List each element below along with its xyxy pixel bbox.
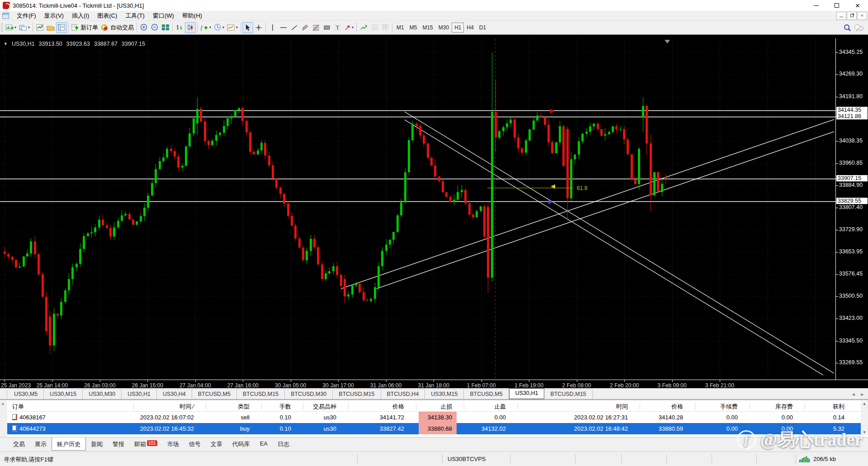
new-chart-button[interactable]: ▾ (4, 22, 18, 33)
minimize-button[interactable] (806, 0, 826, 11)
trendline-button[interactable] (289, 22, 300, 33)
menu-item-6[interactable]: 帮助(H) (178, 10, 206, 21)
bar-chart-button[interactable] (174, 22, 185, 33)
chart-tab-btcusd-m15[interactable]: BTCUSD,M15 (333, 389, 381, 399)
column-header-swap[interactable]: 库存费 (775, 403, 793, 411)
terminal-scrollbar[interactable]: ▲ ▼ (861, 401, 868, 435)
timeframe-h1-button[interactable]: H1 (452, 23, 464, 33)
fibonacci-button[interactable] (311, 22, 321, 33)
mdi-close-button[interactable]: × (857, 12, 867, 20)
chart-tab-btcusd-m5[interactable]: BTCUSD,M5 (464, 389, 509, 399)
terminal-tab-交易[interactable]: 交易 (8, 438, 30, 450)
column-divider[interactable] (805, 403, 805, 410)
scroll-up-icon[interactable]: ▲ (863, 402, 866, 406)
column-divider[interactable] (750, 403, 750, 410)
market-watch-button[interactable] (34, 22, 45, 33)
candle-chart-button[interactable] (185, 22, 196, 33)
indicators-button[interactable]: f ▾ (199, 22, 212, 33)
chart-tab-grip[interactable] (0, 390, 7, 399)
search-button[interactable] (842, 22, 853, 33)
column-header-profit[interactable]: 获利 (833, 403, 844, 411)
menu-item-1[interactable]: 显示(V) (40, 10, 68, 21)
column-header-type[interactable]: 类型 (238, 403, 250, 411)
scroll-down-icon[interactable]: ▼ (863, 430, 866, 434)
column-header-lots[interactable]: 手数 (279, 403, 291, 411)
price-chart-canvas[interactable] (0, 38, 868, 389)
chart-tab-btcusd-m15[interactable]: BTCUSD,M15 (237, 389, 285, 399)
close-button[interactable]: ✕ (847, 0, 868, 11)
terminal-tab-ea[interactable]: EA (255, 438, 273, 449)
menu-item-5[interactable]: 窗口(W) (149, 10, 178, 21)
menu-item-2[interactable]: 插入(I) (68, 10, 93, 21)
menu-item-3[interactable]: 图表(C) (93, 10, 121, 21)
toolbar-grip[interactable] (1, 23, 3, 32)
tile-windows-button[interactable] (160, 22, 171, 33)
chart-tab-btcusd-m30[interactable]: BTCUSD,M30 (285, 389, 333, 399)
column-divider[interactable] (303, 403, 303, 410)
column-divider[interactable] (348, 403, 349, 410)
periods-button[interactable]: ▾ (212, 22, 226, 33)
terminal-close-button[interactable]: × (1, 402, 4, 406)
chart-tab-us30-h1[interactable]: US30,H1 (122, 389, 157, 399)
terminal-tab-文章[interactable]: 文章 (206, 438, 227, 450)
terminal-tab-展示[interactable]: 展示 (30, 438, 52, 450)
terminal-tab-日志[interactable]: 日志 (273, 438, 294, 450)
column-header-sl[interactable]: 止损 (440, 403, 452, 411)
maximize-button[interactable] (826, 0, 847, 11)
terminal-tab-警报[interactable]: 警报 (108, 438, 129, 450)
menu-item-4[interactable]: 工具(T) (121, 10, 149, 21)
cursor-button[interactable] (242, 22, 253, 33)
column-header-symbol[interactable]: 交易品种 (313, 403, 336, 411)
channel-button[interactable] (300, 22, 311, 33)
chart-tab-btcusd-m15[interactable]: BTCUSD,M15 (544, 389, 592, 399)
horizontal-line-button[interactable] (278, 22, 289, 33)
autotrading-button[interactable]: 自动交易 (99, 22, 135, 33)
terminal-tab-账户历史[interactable]: 账户历史 (52, 437, 86, 451)
timeframe-m5-button[interactable]: M5 (407, 23, 420, 33)
terminal-tab-邮箱[interactable]: 邮箱101 (129, 438, 162, 450)
chart-tab-us30-m15[interactable]: US30,M15 (44, 389, 83, 399)
timeframe-d1-button[interactable]: D1 (476, 23, 489, 33)
zoom-in-button[interactable] (138, 22, 149, 33)
chart-tab-us30-m5[interactable]: US30,M5 (8, 389, 44, 399)
chart-tab-us30-m15[interactable]: US30,M15 (425, 389, 464, 399)
navigator-button[interactable] (56, 22, 67, 33)
column-divider[interactable] (416, 403, 416, 410)
mdi-minimize-button[interactable] (836, 12, 846, 20)
arrows-button[interactable]: ▾ (343, 22, 355, 33)
menu-item-0[interactable]: 文件(F) (13, 10, 40, 21)
chart-tab-us30-h4[interactable]: US30,H4 (157, 389, 192, 399)
terminal-tab-市场[interactable]: 市场 (162, 438, 184, 450)
chart-tab-us30-h1-active[interactable]: US30,H1 (509, 388, 545, 399)
column-header-order[interactable]: 订单 (12, 403, 24, 411)
terminal-tab-新闻[interactable]: 新闻 (86, 438, 108, 450)
grid-button[interactable] (380, 22, 391, 33)
column-divider[interactable] (261, 403, 262, 410)
ohlc-collapse-icon[interactable]: ▼ (4, 42, 8, 46)
new-order-button[interactable]: 新订单 (70, 22, 99, 33)
text-button[interactable]: T (332, 22, 343, 33)
column-divider[interactable] (464, 403, 464, 410)
rectangle-button[interactable] (321, 22, 332, 33)
crosshair-button[interactable] (253, 22, 264, 33)
column-divider[interactable] (133, 403, 134, 410)
column-header-close_time[interactable]: 时间 (616, 403, 628, 411)
column-divider[interactable] (518, 403, 518, 410)
chart-tab-us30-m30[interactable]: US30,M30 (83, 389, 122, 399)
chart-tab-btcusd-h4[interactable]: BTCUSD,H4 (381, 389, 425, 399)
profiles-button[interactable]: ▾ (18, 22, 31, 33)
column-divider[interactable] (640, 403, 640, 410)
vertical-line-button[interactable] (267, 22, 278, 33)
column-divider[interactable] (206, 403, 206, 410)
column-header-close_price[interactable]: 价格 (671, 403, 683, 411)
column-header-tp[interactable]: 止盈 (494, 403, 506, 411)
column-header-commission[interactable]: 手续费 (720, 403, 738, 411)
zoom-out-button[interactable] (149, 22, 160, 33)
timeframe-m1-button[interactable]: M1 (394, 23, 407, 33)
timeframe-h4-button[interactable]: H4 (464, 23, 476, 33)
chat-button[interactable] (853, 22, 865, 33)
column-header-open_price[interactable]: 价格 (392, 403, 404, 411)
timeframe-m30-button[interactable]: M30 (436, 23, 452, 33)
column-header-open_time[interactable]: 时间 ∕ (179, 403, 194, 411)
mdi-restore-button[interactable] (847, 12, 857, 20)
